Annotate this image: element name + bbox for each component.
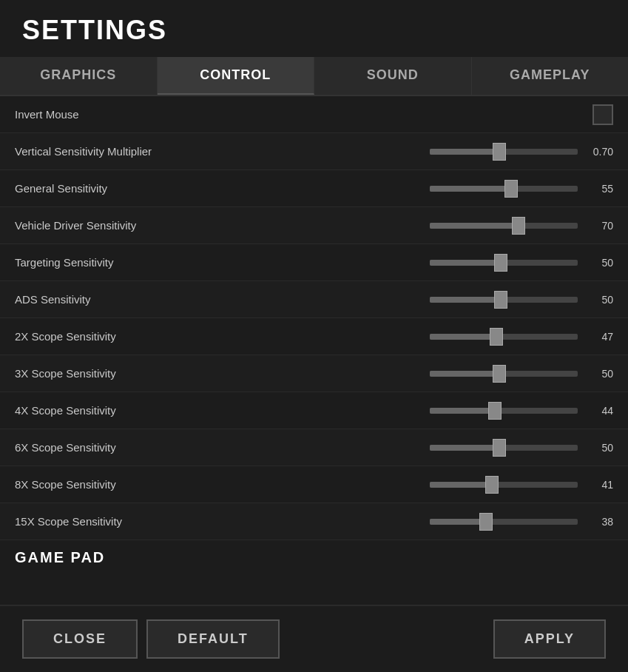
slider-thumb-6x-scope[interactable] xyxy=(493,439,506,457)
slider-thumb-2x-scope[interactable] xyxy=(490,328,503,346)
setting-control-3x-scope: 50 xyxy=(237,368,613,380)
setting-control-general-sensitivity: 55 xyxy=(237,183,613,195)
slider-track-8x-scope[interactable] xyxy=(430,482,578,488)
slider-thumb-3x-scope[interactable] xyxy=(493,365,506,383)
setting-row-8x-scope: 8X Scope Sensitivity41 xyxy=(0,466,628,503)
tab-control[interactable]: CONTROL xyxy=(158,57,315,95)
setting-control-6x-scope: 50 xyxy=(237,442,613,454)
slider-fill-targeting-sensitivity xyxy=(430,260,501,266)
setting-control-invert-mouse xyxy=(237,104,613,125)
setting-label-ads-sensitivity: ADS Sensitivity xyxy=(15,293,237,306)
setting-row-ads-sensitivity: ADS Sensitivity50 xyxy=(0,281,628,318)
page-title: SETTINGS xyxy=(0,0,628,57)
slider-value-15x-scope: 38 xyxy=(587,516,613,528)
slider-fill-vertical-sensitivity xyxy=(430,149,499,155)
slider-thumb-general-sensitivity[interactable] xyxy=(504,180,518,198)
setting-row-4x-scope: 4X Scope Sensitivity44 xyxy=(0,392,628,429)
setting-label-vehicle-sensitivity: Vehicle Driver Sensitivity xyxy=(15,219,237,232)
slider-fill-4x-scope xyxy=(430,408,495,414)
checkbox-invert-mouse[interactable] xyxy=(592,104,613,125)
slider-fill-ads-sensitivity xyxy=(430,297,501,303)
slider-thumb-targeting-sensitivity[interactable] xyxy=(494,254,507,272)
setting-control-4x-scope: 44 xyxy=(237,405,613,417)
slider-thumb-15x-scope[interactable] xyxy=(479,513,493,531)
tab-graphics[interactable]: GRAPHICS xyxy=(0,57,158,95)
setting-row-general-sensitivity: General Sensitivity55 xyxy=(0,170,628,207)
slider-fill-3x-scope xyxy=(430,371,499,377)
slider-fill-15x-scope xyxy=(430,519,486,525)
content-area: Invert MouseVertical Sensitivity Multipl… xyxy=(0,96,628,605)
slider-track-general-sensitivity[interactable] xyxy=(430,186,578,192)
settings-container: SETTINGS GRAPHICS CONTROL SOUND GAMEPLAY… xyxy=(0,0,628,672)
setting-label-6x-scope: 6X Scope Sensitivity xyxy=(15,441,237,454)
setting-row-invert-mouse: Invert Mouse xyxy=(0,96,628,133)
slider-track-6x-scope[interactable] xyxy=(430,445,578,451)
slider-value-ads-sensitivity: 50 xyxy=(587,294,613,306)
slider-thumb-8x-scope[interactable] xyxy=(485,476,499,494)
default-button[interactable]: DEFAULT xyxy=(146,619,280,659)
setting-control-vertical-sensitivity: 0.70 xyxy=(237,146,613,158)
slider-thumb-4x-scope[interactable] xyxy=(488,402,502,420)
setting-label-3x-scope: 3X Scope Sensitivity xyxy=(15,367,237,380)
slider-track-targeting-sensitivity[interactable] xyxy=(430,260,578,266)
slider-track-ads-sensitivity[interactable] xyxy=(430,297,578,303)
tabs-bar: GRAPHICS CONTROL SOUND GAMEPLAY xyxy=(0,57,628,96)
slider-thumb-ads-sensitivity[interactable] xyxy=(494,291,507,309)
slider-value-8x-scope: 41 xyxy=(587,479,613,491)
setting-label-8x-scope: 8X Scope Sensitivity xyxy=(15,478,237,491)
setting-row-vertical-sensitivity: Vertical Sensitivity Multiplier0.70 xyxy=(0,133,628,170)
slider-track-vertical-sensitivity[interactable] xyxy=(430,149,578,155)
slider-thumb-vertical-sensitivity[interactable] xyxy=(493,143,506,161)
setting-label-targeting-sensitivity: Targeting Sensitivity xyxy=(15,256,237,269)
setting-label-15x-scope: 15X Scope Sensitivity xyxy=(15,515,237,528)
close-button[interactable]: CLOSE xyxy=(22,619,138,659)
slider-track-4x-scope[interactable] xyxy=(430,408,578,414)
setting-label-2x-scope: 2X Scope Sensitivity xyxy=(15,330,237,343)
setting-row-3x-scope: 3X Scope Sensitivity50 xyxy=(0,355,628,392)
checkbox-container-invert-mouse xyxy=(592,104,613,125)
setting-control-8x-scope: 41 xyxy=(237,479,613,491)
setting-label-vertical-sensitivity: Vertical Sensitivity Multiplier xyxy=(15,145,237,158)
slider-value-2x-scope: 47 xyxy=(587,331,613,343)
setting-control-targeting-sensitivity: 50 xyxy=(237,257,613,269)
bottom-bar: CLOSE DEFAULT APPLY xyxy=(0,605,628,672)
setting-row-targeting-sensitivity: Targeting Sensitivity50 xyxy=(0,244,628,281)
slider-value-general-sensitivity: 55 xyxy=(587,183,613,195)
slider-track-3x-scope[interactable] xyxy=(430,371,578,377)
setting-row-6x-scope: 6X Scope Sensitivity50 xyxy=(0,429,628,466)
slider-fill-2x-scope xyxy=(430,334,496,340)
setting-control-ads-sensitivity: 50 xyxy=(237,294,613,306)
slider-value-targeting-sensitivity: 50 xyxy=(587,257,613,269)
setting-control-2x-scope: 47 xyxy=(237,331,613,343)
setting-row-2x-scope: 2X Scope Sensitivity47 xyxy=(0,318,628,355)
tab-gameplay[interactable]: GAMEPLAY xyxy=(472,57,629,95)
slider-thumb-vehicle-sensitivity[interactable] xyxy=(512,217,525,235)
setting-control-vehicle-sensitivity: 70 xyxy=(237,220,613,232)
slider-fill-8x-scope xyxy=(430,482,492,488)
tab-sound[interactable]: SOUND xyxy=(314,57,472,95)
section-header-gamepad: GAME PAD xyxy=(0,540,628,572)
slider-value-vehicle-sensitivity: 70 xyxy=(587,220,613,232)
slider-fill-general-sensitivity xyxy=(430,186,511,192)
slider-fill-vehicle-sensitivity xyxy=(430,223,519,229)
setting-row-vehicle-sensitivity: Vehicle Driver Sensitivity70 xyxy=(0,207,628,244)
slider-value-3x-scope: 50 xyxy=(587,368,613,380)
setting-control-15x-scope: 38 xyxy=(237,516,613,528)
slider-value-vertical-sensitivity: 0.70 xyxy=(587,146,613,158)
setting-row-15x-scope: 15X Scope Sensitivity38 xyxy=(0,503,628,540)
slider-value-6x-scope: 50 xyxy=(587,442,613,454)
apply-button[interactable]: APPLY xyxy=(493,619,606,659)
slider-value-4x-scope: 44 xyxy=(587,405,613,417)
slider-fill-6x-scope xyxy=(430,445,499,451)
slider-track-vehicle-sensitivity[interactable] xyxy=(430,223,578,229)
slider-track-15x-scope[interactable] xyxy=(430,519,578,525)
setting-label-general-sensitivity: General Sensitivity xyxy=(15,182,237,195)
setting-label-invert-mouse: Invert Mouse xyxy=(15,108,237,121)
slider-track-2x-scope[interactable] xyxy=(430,334,578,340)
setting-label-4x-scope: 4X Scope Sensitivity xyxy=(15,404,237,417)
